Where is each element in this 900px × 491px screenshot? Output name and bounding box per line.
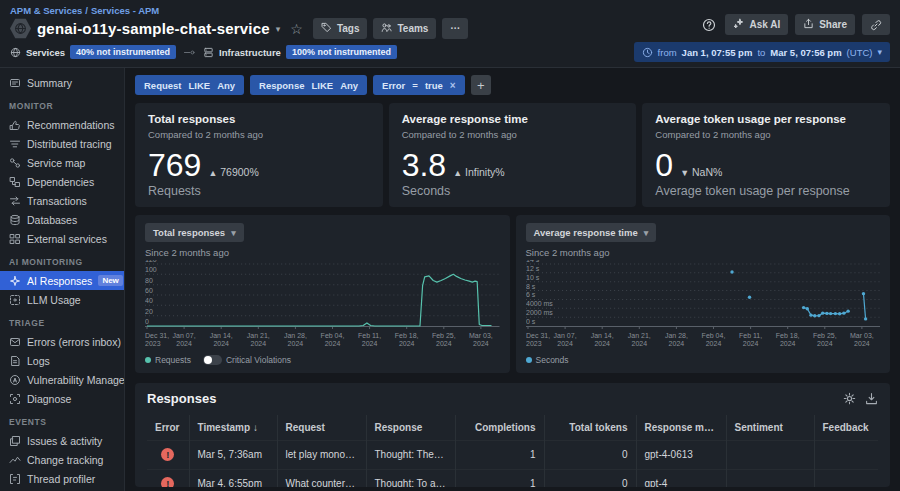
chart-legend: Seconds [526, 355, 881, 365]
recommendations-icon [9, 119, 21, 131]
table-settings-gear-icon[interactable] [843, 392, 856, 405]
column-header-request[interactable]: Request [277, 415, 366, 440]
chart-metric-selector[interactable]: Total responses▾ [145, 223, 244, 242]
sidebar-section-events: EVENTS [0, 408, 124, 431]
sidebar-item-service-map[interactable]: Service map [0, 153, 124, 172]
favorite-star-icon[interactable]: ☆ [290, 22, 303, 36]
svg-text:2000 ms: 2000 ms [526, 309, 553, 316]
column-header-total-tokens[interactable]: Total tokens [544, 415, 636, 440]
filter-pill-response[interactable]: ResponseLIKEAny [250, 75, 367, 95]
sidebar-item-issues-activity[interactable]: Issues & activity [0, 431, 124, 450]
chart-plot[interactable]: 020406080100120Dec 31,2023Jan 07,2024Jan… [145, 260, 500, 352]
sidebar-item-diagnose[interactable]: Diagnose [0, 389, 124, 408]
sidebar-item-label: External services [27, 233, 107, 245]
column-header-feedback[interactable]: Feedback [814, 415, 878, 440]
help-button[interactable] [700, 14, 718, 35]
sidebar-item-label: Service map [27, 157, 85, 169]
sidebar-item-ai-responses[interactable]: AI ResponsesNew [0, 271, 124, 290]
sidebar-item-label: Summary [27, 77, 72, 89]
column-header-response[interactable]: Response [366, 415, 455, 440]
sidebar-item-label: Errors (errors inbox) [27, 336, 121, 348]
services-instrumentation-badge[interactable]: 40% not instrumented [70, 45, 176, 59]
sidebar-item-label: Issues & activity [27, 435, 102, 447]
topbar-left: APM & Services/Services - APM genai-o11y… [10, 5, 468, 42]
ask-ai-button[interactable]: Ask AI [725, 14, 788, 35]
svg-text:Feb 25,: Feb 25, [432, 332, 456, 339]
metric-subtitle: Compared to 2 months ago [148, 129, 370, 140]
filter-pill-error[interactable]: Error=true× [373, 75, 465, 95]
sidebar-section-ai-monitoring: AI MONITORING [0, 248, 124, 271]
breadcrumb-link-services-apm[interactable]: Services - APM [91, 5, 159, 16]
responses-actions [843, 392, 878, 405]
sidebar-item-external-services[interactable]: External services [0, 229, 124, 248]
tags-button[interactable]: Tags [313, 18, 368, 39]
sidebar-item-databases[interactable]: Databases [0, 210, 124, 229]
breadcrumb-link-apm-services[interactable]: APM & Services [10, 5, 82, 16]
sidebar-item-transactions[interactable]: Transactions [0, 191, 124, 210]
column-header-error[interactable]: Error [147, 415, 189, 440]
sidebar-item-change-tracking[interactable]: Change tracking [0, 450, 124, 469]
time-end: Mar 5, 07:56 pm [770, 47, 841, 58]
svg-text:2024: 2024 [779, 340, 795, 347]
legend-label: Seconds [536, 355, 569, 365]
app-root: APM & Services/Services - APM genai-o11y… [0, 0, 900, 491]
infrastructure-instrumentation-badge[interactable]: 100% not instrumented [286, 45, 397, 59]
column-header-timestamp[interactable]: Timestamp ↓ [189, 415, 277, 440]
svg-text:2024: 2024 [742, 340, 758, 347]
add-filter-button[interactable]: + [471, 75, 491, 95]
teams-icon [381, 22, 392, 33]
chart-plot[interactable]: 0 s2000 ms4000 ms6 s8 s10 s12 s14 sDec 3… [526, 260, 881, 352]
sidebar-section-monitor: MONITOR [0, 92, 124, 115]
sidebar-item-label: Diagnose [27, 393, 71, 405]
metric-value: 769 [148, 149, 201, 181]
globe-icon [10, 47, 21, 58]
chart-metric-selector[interactable]: Average response time▾ [526, 223, 657, 242]
table-cell: gpt-4-0613 [636, 440, 726, 469]
table-cell [726, 469, 814, 487]
sidebar-item-errors-errors-inbox[interactable]: Errors (errors inbox) [0, 332, 124, 351]
sidebar-item-llm-usage[interactable]: LLM Usage [0, 290, 124, 309]
sidebar-item-summary[interactable]: Summary [0, 73, 124, 92]
svg-text:20: 20 [145, 308, 153, 315]
remove-filter-icon[interactable]: × [450, 80, 456, 91]
table-download-icon[interactable] [865, 392, 878, 405]
legend-item-requests[interactable]: Requests [145, 355, 191, 365]
column-header-response-model[interactable]: Response model [636, 415, 726, 440]
svg-text:2024: 2024 [325, 340, 341, 347]
sidebar-item-recommendations[interactable]: Recommendations [0, 115, 124, 134]
table-cell: ! [147, 469, 189, 487]
sidebar-item-logs[interactable]: Logs [0, 351, 124, 370]
legend-item-critical-violations[interactable]: Critical Violations [203, 355, 291, 365]
svg-text:2024: 2024 [668, 340, 684, 347]
legend-item-seconds[interactable]: Seconds [526, 355, 569, 365]
sidebar-item-thread-profiler[interactable]: Thread profiler [0, 469, 124, 488]
table-cell: Mar 5, 7:36am [189, 440, 277, 469]
table-cell: let play monopoly [277, 440, 366, 469]
share-label: Share [819, 19, 847, 30]
table-row[interactable]: !Mar 4, 6:55pmWhat counter mov...Thought… [147, 469, 878, 487]
teams-button[interactable]: Teams [373, 18, 436, 39]
svg-text:2024: 2024 [251, 340, 267, 347]
sidebar-item-vulnerability-managem[interactable]: Vulnerability Managem... [0, 370, 124, 389]
svg-text:100: 100 [145, 266, 157, 273]
legend-label: Critical Violations [226, 355, 291, 365]
sidebar-item-dependencies[interactable]: Dependencies [0, 172, 124, 191]
sidebar-item-distributed-tracing[interactable]: Distributed tracing [0, 134, 124, 153]
metric-subtitle: Compared to 2 months ago [402, 129, 624, 140]
metric-unit: Seconds [402, 184, 624, 198]
table-row[interactable]: !Mar 5, 7:36amlet play monopolyThought: … [147, 440, 878, 469]
filter-pill-request[interactable]: RequestLIKEAny [135, 75, 244, 95]
thread-profiler-icon [9, 473, 21, 485]
metric-unit: Requests [148, 184, 370, 198]
critical-violations-toggle[interactable] [203, 355, 222, 365]
more-button[interactable]: ··· [442, 18, 468, 39]
time-range-picker[interactable]: from Jan 1, 07:55 pm to Mar 5, 07:56 pm … [634, 42, 890, 62]
sidebar-item-label: Recommendations [27, 119, 115, 131]
copy-link-button[interactable] [862, 14, 890, 35]
share-button[interactable]: Share [795, 14, 855, 35]
services-globe-icon [10, 47, 21, 58]
svg-text:Feb 18,: Feb 18, [775, 332, 799, 339]
column-header-sentiment[interactable]: Sentiment [726, 415, 814, 440]
title-chevron-down-icon[interactable]: ▾ [276, 24, 281, 34]
column-header-completions[interactable]: Completions [455, 415, 544, 440]
